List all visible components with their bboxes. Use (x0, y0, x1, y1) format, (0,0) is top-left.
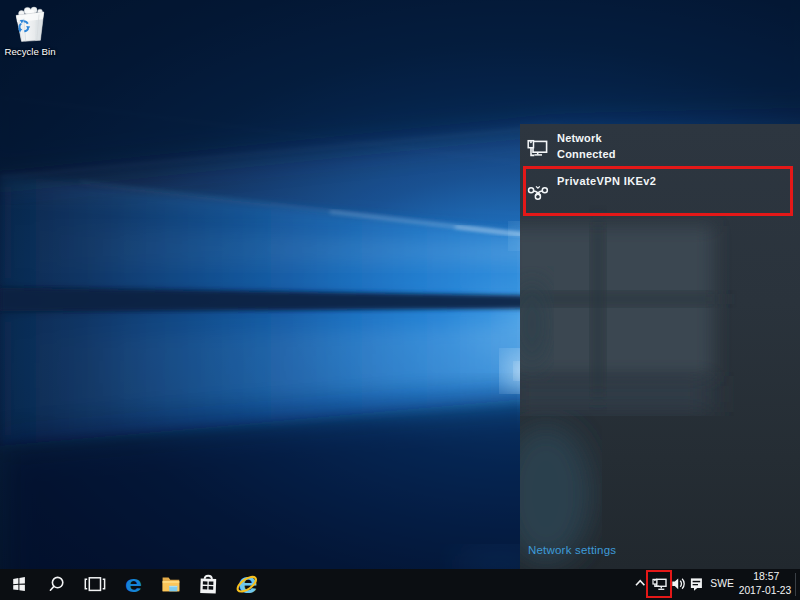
svg-text:SWE: SWE (710, 578, 734, 589)
svg-text:e: e (125, 570, 142, 597)
svg-text:18:57: 18:57 (753, 570, 779, 582)
svg-text:2017-01-23: 2017-01-23 (739, 585, 792, 596)
